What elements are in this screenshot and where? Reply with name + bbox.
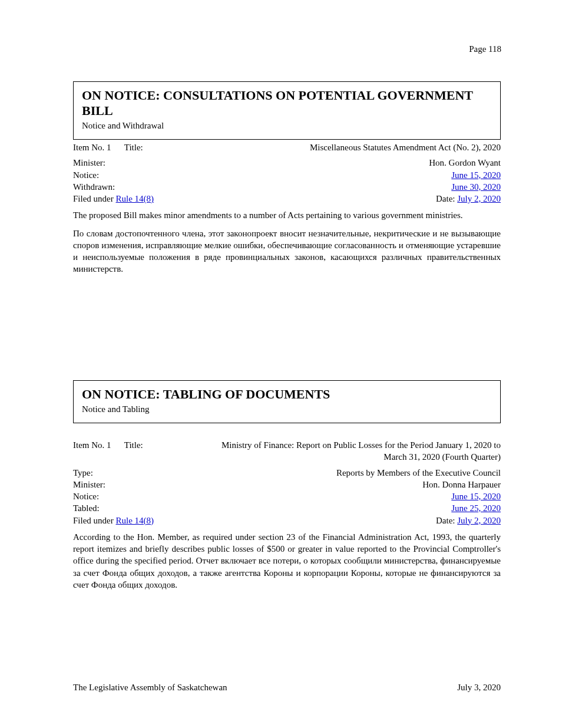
type-value: Reports by Members of the Executive Coun…: [336, 467, 501, 479]
entry-line-item-title: Item No. 1 Title: Miscellaneous Statutes…: [73, 141, 501, 153]
date-link[interactable]: July 2, 2020: [457, 516, 501, 525]
withdrawn-label: Withdrawn:: [73, 181, 115, 193]
page: Page 118 ON NOTICE: CONSULTATIONS ON POT…: [0, 0, 562, 728]
title-label: Title:: [124, 440, 143, 450]
entry-line-filed: Filed under Rule 14(8) Date: July 2, 202…: [73, 515, 501, 526]
minister-label: Minister:: [73, 479, 105, 490]
section-title: ON NOTICE: CONSULTATIONS ON POTENTIAL GO…: [82, 88, 492, 118]
item-no-label: Item No.: [73, 143, 104, 152]
withdrawn-link[interactable]: June 30, 2020: [451, 182, 501, 192]
item-no-value: 1: [107, 440, 111, 450]
entry-description: According to the Hon. Member, as require…: [73, 531, 501, 591]
filed-under-rule-link[interactable]: Rule 14(8): [116, 194, 154, 203]
entry-line-type: Type: Reports by Members of the Executiv…: [73, 467, 501, 479]
title-value: Miscellaneous Statutes Amendment Act (No…: [310, 141, 501, 153]
title-label: Title:: [124, 143, 143, 152]
minister-label: Minister:: [73, 157, 105, 169]
desc-para-2: По словам достопочтенного члена, этот за…: [73, 228, 501, 275]
date-link[interactable]: July 2, 2020: [457, 194, 501, 203]
desc-para-1: According to the Hon. Member, as require…: [73, 531, 501, 591]
entry-line-notice: Notice: June 15, 2020: [73, 490, 501, 502]
entry-description: The proposed Bill makes minor amendments…: [73, 209, 501, 275]
section-box-tabling: ON NOTICE: TABLING OF DOCUMENTS Notice a…: [73, 380, 501, 423]
minister-value: Hon. Donna Harpauer: [422, 479, 501, 490]
item-no-label: Item No.: [73, 440, 104, 450]
type-label: Type:: [73, 467, 93, 479]
entry-line-withdrawn: Withdrawn: June 30, 2020: [73, 181, 501, 193]
date-label: Date:: [436, 194, 455, 203]
entry-line-minister: Minister: Hon. Donna Harpauer: [73, 479, 501, 490]
footer-right: July 3, 2020: [457, 683, 501, 693]
item-no-value: 1: [107, 143, 111, 152]
entry-line-tabled: Tabled: June 25, 2020: [73, 502, 501, 514]
entry-1: Item No. 1 Title: Miscellaneous Statutes…: [73, 141, 501, 281]
footer-left: The Legislative Assembly of Saskatchewan: [73, 683, 227, 693]
section-subtitle: Notice and Withdrawal: [82, 121, 492, 131]
entry-line-filed: Filed under Rule 14(8) Date: July 2, 202…: [73, 193, 501, 205]
page-number: Page 118: [469, 44, 501, 54]
tabled-link[interactable]: June 25, 2020: [451, 503, 501, 513]
entry-line-minister: Minister: Hon. Gordon Wyant: [73, 157, 501, 169]
notice-link[interactable]: June 15, 2020: [451, 170, 501, 180]
page-footer: The Legislative Assembly of Saskatchewan…: [73, 683, 501, 693]
title-value: Ministry of Finance: Report on Public Lo…: [218, 439, 501, 463]
date-label: Date:: [436, 516, 455, 525]
entry-2: Item No. 1 Title: Ministry of Finance: R…: [73, 439, 501, 597]
filed-under-rule-link[interactable]: Rule 14(8): [116, 516, 154, 525]
filed-under-label: Filed under: [73, 194, 116, 203]
entry-line-notice: Notice: June 15, 2020: [73, 169, 501, 181]
notice-label: Notice:: [73, 490, 99, 502]
desc-para-1: The proposed Bill makes minor amendments…: [73, 209, 501, 221]
filed-under-label: Filed under: [73, 516, 116, 525]
section-box-consultations: ON NOTICE: CONSULTATIONS ON POTENTIAL GO…: [73, 81, 501, 140]
entry-line-item-title: Item No. 1 Title: Ministry of Finance: R…: [73, 439, 501, 463]
section-subtitle: Notice and Tabling: [82, 404, 492, 414]
minister-value: Hon. Gordon Wyant: [429, 157, 501, 169]
tabled-label: Tabled:: [73, 502, 100, 514]
notice-link[interactable]: June 15, 2020: [451, 492, 501, 501]
notice-label: Notice:: [73, 169, 99, 181]
section-title: ON NOTICE: TABLING OF DOCUMENTS: [82, 387, 492, 402]
